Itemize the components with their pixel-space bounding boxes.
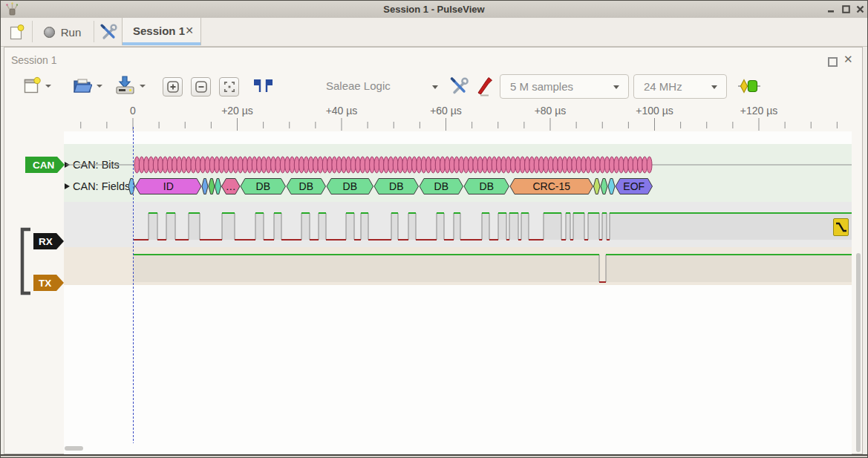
channel-tag-label: RX bbox=[39, 236, 53, 247]
ruler-tick-label: +20 µs bbox=[221, 105, 253, 117]
window-titlebar[interactable]: Session 1 - PulseView bbox=[1, 1, 867, 19]
run-label: Run bbox=[61, 26, 82, 39]
device-config-button[interactable] bbox=[448, 76, 470, 96]
add-decoder-button[interactable] bbox=[737, 78, 762, 94]
run-button[interactable]: Run bbox=[38, 22, 87, 42]
open-dropdown-caret[interactable] bbox=[97, 85, 102, 88]
probe-icon bbox=[474, 75, 495, 96]
ruler-tick-label: +60 µs bbox=[430, 105, 462, 117]
toolbar-separator bbox=[32, 21, 33, 42]
zoom-fit-button[interactable] bbox=[219, 77, 239, 96]
device-select[interactable]: Saleae Logic bbox=[316, 75, 443, 99]
channel-tag-label: TX bbox=[39, 278, 51, 289]
session-new-button[interactable] bbox=[22, 74, 42, 96]
flags-icon bbox=[252, 76, 274, 96]
decoder-tag-can[interactable]: CAN bbox=[25, 157, 65, 173]
vertical-scrollbar[interactable] bbox=[856, 253, 861, 452]
device-caret bbox=[432, 85, 438, 89]
window-bottom-edge bbox=[1, 454, 867, 458]
falling-edge-trigger-marker[interactable] bbox=[833, 218, 849, 236]
decoder-row-background bbox=[64, 144, 852, 202]
tab-active-indicator bbox=[123, 42, 200, 45]
tab-label: Session 1 bbox=[133, 24, 185, 37]
falling-edge-icon bbox=[834, 219, 848, 235]
zoom-in-button[interactable] bbox=[163, 77, 183, 96]
sample-rate-value: 24 MHz bbox=[644, 80, 682, 93]
toolbar-separator bbox=[94, 21, 94, 42]
zoom-out-button[interactable] bbox=[191, 77, 211, 96]
ruler-tick-label: +100 µs bbox=[636, 105, 673, 117]
expand-arrow-icon[interactable] bbox=[65, 162, 70, 168]
settings-button[interactable] bbox=[98, 22, 119, 42]
new-dropdown-caret[interactable] bbox=[45, 85, 51, 88]
save-dropdown-caret[interactable] bbox=[140, 85, 146, 88]
open-button[interactable] bbox=[71, 74, 93, 96]
ruler-tick-label: +40 µs bbox=[326, 105, 358, 117]
sample-rate-caret bbox=[711, 85, 717, 89]
row-label-can-bits: CAN: Bits bbox=[73, 159, 120, 171]
rx-row-background bbox=[64, 202, 852, 247]
minimize-button[interactable] bbox=[825, 4, 837, 14]
sample-count-select[interactable]: 5 M samples bbox=[500, 74, 629, 99]
maximize-button[interactable] bbox=[840, 4, 852, 14]
decoder-tag-label: CAN bbox=[33, 160, 54, 171]
save-icon bbox=[115, 76, 135, 95]
tx-row-background bbox=[64, 247, 852, 285]
sample-count-caret bbox=[613, 85, 619, 89]
sample-count-value: 5 M samples bbox=[510, 80, 573, 93]
ruler-tick-label: +120 µs bbox=[740, 105, 778, 117]
pulseview-window: Session 1 - PulseView Run bbox=[0, 0, 868, 458]
ruler-tick-label: +80 µs bbox=[535, 105, 567, 117]
channel-group-bracket bbox=[19, 227, 33, 295]
sample-rate-select[interactable]: 24 MHz bbox=[633, 74, 727, 99]
horizontal-scrollbar[interactable] bbox=[65, 446, 83, 451]
new-view-icon bbox=[23, 76, 41, 95]
new-file-icon bbox=[9, 24, 25, 41]
wrench-screwdriver-icon bbox=[449, 77, 469, 96]
close-button[interactable] bbox=[854, 4, 866, 14]
zoom-in-icon bbox=[165, 79, 181, 95]
dock-float-button[interactable] bbox=[828, 57, 838, 67]
open-folder-icon bbox=[72, 76, 92, 94]
device-name: Saleae Logic bbox=[326, 79, 391, 92]
ruler-tick-label: 0 bbox=[130, 105, 136, 117]
tab-close-icon[interactable]: ✕ bbox=[185, 24, 194, 36]
main-toolbar: Run Session 1 ✕ bbox=[1, 18, 867, 47]
zoom-out-icon bbox=[193, 79, 209, 95]
expand-arrow-icon[interactable] bbox=[65, 183, 70, 189]
decoder-icon bbox=[737, 79, 761, 94]
channels-button[interactable] bbox=[473, 74, 495, 97]
save-button[interactable] bbox=[114, 74, 136, 96]
run-state-icon bbox=[44, 27, 55, 38]
dock-title: Session 1 bbox=[11, 54, 56, 66]
wrench-screwdriver-icon bbox=[99, 24, 117, 41]
row-label-can-fields: CAN: Fields bbox=[73, 180, 130, 192]
tab-session-1[interactable]: Session 1 ✕ bbox=[122, 18, 201, 45]
new-session-button[interactable] bbox=[6, 22, 27, 42]
dock-close-button[interactable]: ✕ bbox=[843, 53, 853, 66]
window-title: Session 1 - PulseView bbox=[1, 4, 867, 15]
zoom-fit-icon bbox=[221, 79, 238, 95]
trigger-markers-button[interactable] bbox=[251, 76, 275, 96]
